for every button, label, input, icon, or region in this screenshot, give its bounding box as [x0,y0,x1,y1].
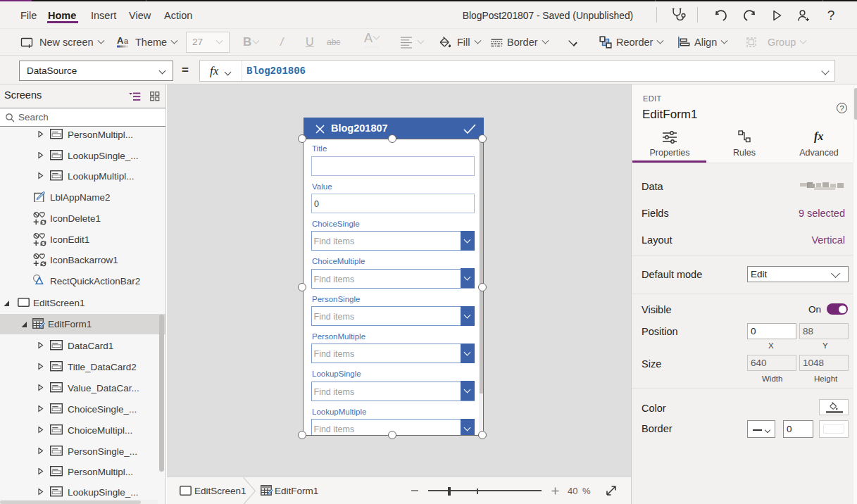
svg-text:fx: fx [210,65,219,77]
svg-text:fx: fx [814,130,823,143]
svg-text:a: a [124,37,129,45]
svg-text:A: A [117,35,124,46]
